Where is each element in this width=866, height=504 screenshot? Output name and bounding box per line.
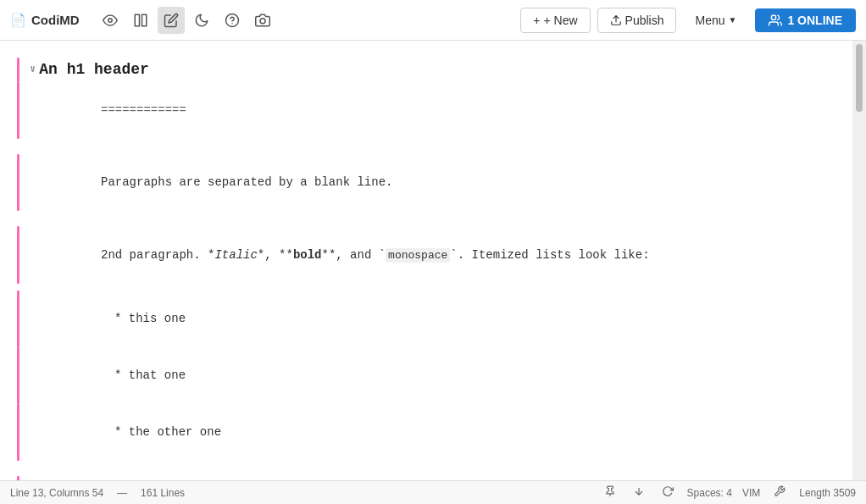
down-arrow-btn[interactable] xyxy=(630,484,648,501)
new-button[interactable]: + + New xyxy=(520,8,590,33)
menu-button[interactable]: Menu ▼ xyxy=(683,8,748,32)
upload-icon xyxy=(610,14,622,26)
line-list2: * that one xyxy=(17,347,819,404)
pink-bar xyxy=(17,404,19,461)
line-list1: * this one xyxy=(17,291,819,347)
moon-icon xyxy=(194,13,209,28)
svg-rect-1 xyxy=(135,14,139,26)
edit-icon-btn[interactable] xyxy=(158,7,185,34)
view-mode-icons xyxy=(97,7,276,34)
pink-bar xyxy=(17,154,19,211)
view-icon-btn[interactable] xyxy=(97,7,124,34)
status-bar-right: Spaces: 4 VIM Length 3509 xyxy=(601,484,856,501)
users-icon xyxy=(769,14,782,27)
settings-btn[interactable] xyxy=(770,484,789,501)
cursor-position: Line 13, Columns 54 xyxy=(10,487,103,499)
line-para2: 2nd paragraph. *Italic*, **bold**, and `… xyxy=(17,226,819,284)
line-list3: * the other one xyxy=(17,404,819,461)
chevron-down-icon: ▼ xyxy=(729,15,737,25)
document-icon: 📄 xyxy=(10,13,26,28)
spaces-label: Spaces: 4 xyxy=(687,487,732,499)
pin-btn[interactable] xyxy=(601,484,619,501)
refresh-icon xyxy=(662,485,674,497)
menu-label: Menu xyxy=(695,14,724,27)
help-btn[interactable] xyxy=(219,7,246,34)
collapse-icon[interactable]: ∨ xyxy=(30,62,36,78)
content-lines: ∨ An h1 header ============ Paragraphs a… xyxy=(0,58,852,480)
night-mode-btn[interactable] xyxy=(188,7,215,34)
line-link: Link to ![CodiMD](https://github.com/hac… xyxy=(17,476,819,480)
line-para1: Paragraphs are separated by a blank line… xyxy=(17,154,819,211)
publish-button[interactable]: Publish xyxy=(597,8,677,33)
pink-bar xyxy=(17,58,19,82)
h1-text: An h1 header xyxy=(39,58,149,82)
wrench-icon xyxy=(774,485,786,497)
scrollbar-area[interactable] xyxy=(852,41,866,480)
line-equals: ============ xyxy=(17,82,819,139)
brand-name: CodiMD xyxy=(31,13,80,27)
list2-text: * that one xyxy=(114,368,186,382)
scrollbar-thumb[interactable] xyxy=(856,44,863,112)
brand-logo[interactable]: 📄 CodiMD xyxy=(10,13,80,28)
split-icon xyxy=(133,13,148,28)
plus-icon: + xyxy=(533,14,540,27)
pink-bar xyxy=(17,226,19,284)
toolbar-right: + + New Publish Menu ▼ 1 ONLINE xyxy=(520,8,856,33)
pink-bar xyxy=(17,82,19,139)
camera-btn[interactable] xyxy=(249,7,276,34)
pencil-icon xyxy=(164,13,179,28)
svg-point-7 xyxy=(772,15,776,19)
online-label: 1 ONLINE xyxy=(787,14,842,27)
svg-rect-2 xyxy=(142,14,146,26)
vim-mode[interactable]: VIM xyxy=(742,487,760,499)
list3-text: * the other one xyxy=(114,425,221,439)
line-h1: ∨ An h1 header xyxy=(17,58,819,82)
list1-text: * this one xyxy=(114,312,186,325)
new-label: + New xyxy=(543,14,577,27)
editor-pane[interactable]: ∨ An h1 header ============ Paragraphs a… xyxy=(0,41,852,480)
pink-bar xyxy=(17,476,19,480)
svg-point-0 xyxy=(108,18,112,22)
para2-text: 2nd paragraph. *Italic*, **bold**, and `… xyxy=(101,248,650,262)
main-area: ∨ An h1 header ============ Paragraphs a… xyxy=(0,41,866,480)
svg-point-5 xyxy=(260,18,265,23)
status-bar: Line 13, Columns 54 — 161 Lines Spaces: … xyxy=(0,480,866,504)
pink-bar xyxy=(17,347,19,404)
down-arrow-icon xyxy=(633,485,645,497)
para1-text: Paragraphs are separated by a blank line… xyxy=(101,175,392,189)
separator1: — xyxy=(117,487,127,499)
line-count: 161 Lines xyxy=(141,487,185,499)
eye-icon xyxy=(103,13,118,28)
pin-icon xyxy=(604,485,616,497)
online-button[interactable]: 1 ONLINE xyxy=(755,8,856,32)
toolbar: 📄 CodiMD xyxy=(0,0,866,41)
help-icon xyxy=(225,13,240,28)
publish-label: Publish xyxy=(625,14,664,27)
split-icon-btn[interactable] xyxy=(127,7,154,34)
equals-text: ============ xyxy=(101,103,186,117)
refresh-btn[interactable] xyxy=(658,484,677,501)
pink-bar xyxy=(17,291,19,347)
length-label: Length 3509 xyxy=(799,487,856,499)
camera-icon xyxy=(255,13,270,28)
